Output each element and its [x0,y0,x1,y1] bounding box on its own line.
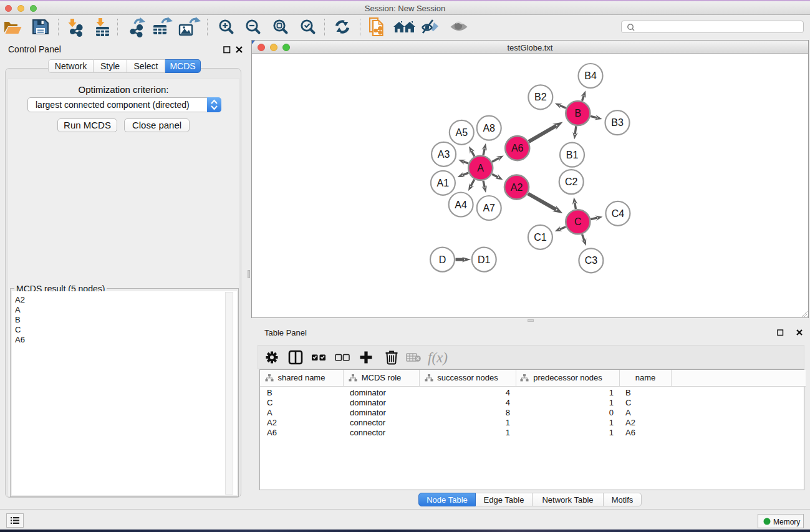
svg-text:B4: B4 [584,70,597,81]
svg-text:B2: B2 [534,92,547,102]
svg-text:A5: A5 [456,127,468,138]
svg-text:A6: A6 [511,143,524,153]
svg-text:D1: D1 [478,254,491,265]
svg-text:C1: C1 [534,232,547,243]
svg-text:D: D [439,254,446,265]
svg-text:A8: A8 [483,123,495,133]
svg-text:B3: B3 [611,117,624,128]
svg-text:C2: C2 [565,177,578,187]
svg-text:A7: A7 [483,203,495,213]
svg-text:C: C [574,216,582,227]
svg-text:B: B [574,108,581,118]
svg-text:A: A [477,163,484,173]
svg-text:f(x): f(x) [428,350,448,365]
svg-text:A4: A4 [455,200,467,210]
svg-text:A2: A2 [511,182,523,193]
svg-text:C4: C4 [612,208,625,219]
svg-text:B1: B1 [566,150,579,160]
svg-text:A3: A3 [438,149,450,160]
svg-text:A1: A1 [437,178,450,188]
svg-text:C3: C3 [585,255,598,266]
